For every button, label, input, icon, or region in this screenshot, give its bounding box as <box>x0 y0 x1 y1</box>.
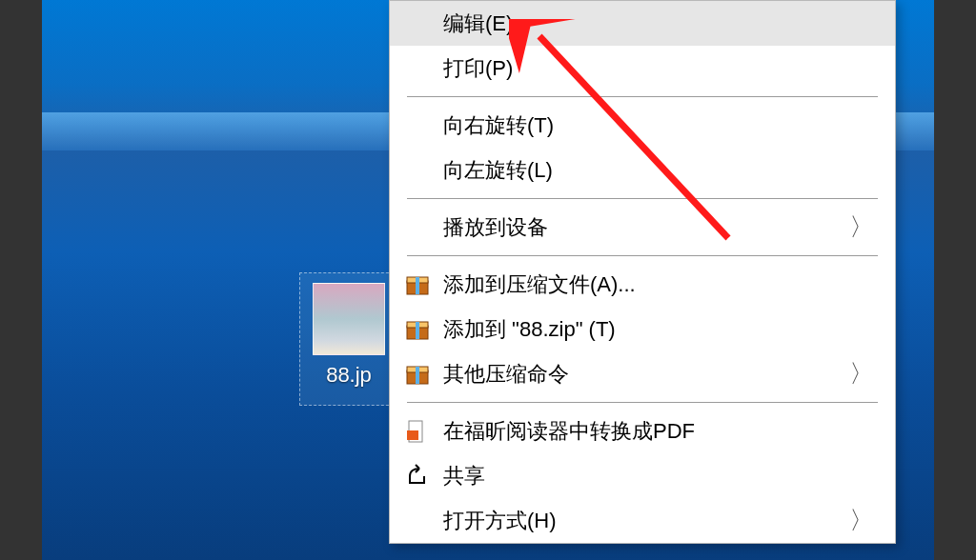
archive-icon <box>403 360 432 389</box>
menu-rotate-left[interactable]: 向左旋转(L) <box>390 148 895 192</box>
svg-rect-8 <box>416 367 419 384</box>
menu-share[interactable]: 共享 <box>390 453 895 498</box>
menu-pdf[interactable]: 在福昕阅读器中转换成PDF <box>390 409 895 453</box>
svg-rect-10 <box>407 430 418 440</box>
menu-edit[interactable]: 编辑(E) <box>390 1 895 46</box>
menu-cast-label: 播放到设备 <box>443 213 548 242</box>
desktop-file-selected[interactable]: 88.jp <box>299 272 398 406</box>
menu-open-with[interactable]: 打开方式(H) 〉 <box>390 498 895 543</box>
menu-open-with-label: 打开方式(H) <box>443 507 557 535</box>
menu-add-zip-label: 添加到 "88.zip" (T) <box>443 315 616 344</box>
menu-cast[interactable]: 播放到设备 〉 <box>390 205 895 250</box>
menu-print-label: 打印(P) <box>443 54 513 83</box>
context-menu: 编辑(E) 打印(P) 向右旋转(T) 向左旋转(L) 播放到设备 〉 <box>389 0 896 544</box>
menu-print[interactable]: 打印(P) <box>390 46 895 90</box>
menu-other-compress[interactable]: 其他压缩命令 〉 <box>390 351 895 396</box>
archive-icon <box>403 270 432 299</box>
menu-separator <box>407 198 878 199</box>
chevron-right-icon: 〉 <box>849 504 874 537</box>
menu-share-label: 共享 <box>443 462 485 490</box>
desktop-wallpaper: 88.jp 编辑(E) 打印(P) 向右旋转(T) 向左旋转(L) 播放到设备 … <box>42 0 934 560</box>
menu-separator <box>407 255 878 256</box>
menu-separator <box>407 96 878 97</box>
archive-icon <box>403 315 432 344</box>
chevron-right-icon: 〉 <box>849 210 874 244</box>
file-thumbnail <box>313 283 385 355</box>
pdf-icon <box>403 417 432 446</box>
menu-rotate-right-label: 向右旋转(T) <box>443 111 554 140</box>
menu-other-compress-label: 其他压缩命令 <box>443 360 569 389</box>
svg-rect-2 <box>416 277 419 294</box>
menu-rotate-right[interactable]: 向右旋转(T) <box>390 103 895 148</box>
menu-add-archive-label: 添加到压缩文件(A)... <box>443 270 636 299</box>
menu-edit-label: 编辑(E) <box>443 10 513 38</box>
menu-pdf-label: 在福昕阅读器中转换成PDF <box>443 417 695 446</box>
share-icon <box>403 462 432 490</box>
chevron-right-icon: 〉 <box>849 357 874 390</box>
menu-add-zip[interactable]: 添加到 "88.zip" (T) <box>390 307 895 351</box>
menu-add-archive[interactable]: 添加到压缩文件(A)... <box>390 262 895 307</box>
menu-rotate-left-label: 向左旋转(L) <box>443 156 553 185</box>
menu-separator <box>407 402 878 403</box>
file-label: 88.jp <box>326 363 372 388</box>
svg-rect-5 <box>416 322 419 339</box>
